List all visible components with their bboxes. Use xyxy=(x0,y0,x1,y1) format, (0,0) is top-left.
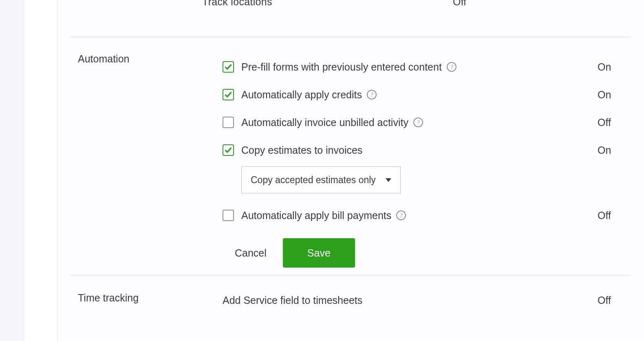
cancel-button[interactable]: Cancel xyxy=(233,244,268,262)
track-locations-label: Track locations xyxy=(202,0,272,8)
setting-row-service-field: Add Service field to timesheets xyxy=(223,292,508,308)
setting-label: Automatically apply credits xyxy=(241,89,362,101)
status-value: Off xyxy=(598,108,611,136)
save-button[interactable]: Save xyxy=(283,238,355,268)
automation-title: Automation xyxy=(78,53,129,65)
dropdown-selected-text: Copy accepted estimates only xyxy=(251,175,376,186)
track-locations-status: Off xyxy=(453,0,466,8)
time-tracking-status-col: Off xyxy=(598,292,611,308)
status-value: On xyxy=(598,81,611,108)
status-value: On xyxy=(598,53,611,81)
time-tracking-settings-list: Add Service field to timesheets xyxy=(223,292,508,308)
setting-row-credits: Automatically apply credits ? xyxy=(223,81,508,108)
status-value: Off xyxy=(598,202,611,229)
copy-estimates-dropdown-wrap: Copy accepted estimates only xyxy=(241,166,508,193)
button-row: Cancel Save xyxy=(233,238,508,268)
checkbox-bill-payments[interactable] xyxy=(223,210,234,221)
outer-container: Track locations Off Automation Pre-fill … xyxy=(24,0,644,341)
top-partial-row: Track locations Off xyxy=(57,0,644,12)
setting-row-prefill: Pre-fill forms with previously entered c… xyxy=(223,53,508,81)
automation-settings-list: Pre-fill forms with previously entered c… xyxy=(223,53,508,268)
automation-status-col: On On Off On Off xyxy=(598,53,611,229)
status-value: On xyxy=(598,136,611,164)
help-icon[interactable]: ? xyxy=(367,90,377,100)
checkbox-credits[interactable] xyxy=(223,89,234,100)
checkbox-invoice-unbilled[interactable] xyxy=(223,117,234,128)
copy-estimates-dropdown[interactable]: Copy accepted estimates only xyxy=(241,166,401,193)
setting-label: Pre-fill forms with previously entered c… xyxy=(241,61,442,73)
setting-label: Automatically invoice unbilled activity xyxy=(241,117,408,128)
time-tracking-title: Time tracking xyxy=(78,292,139,304)
setting-row-copy-estimates: Copy estimates to invoices xyxy=(223,136,508,164)
help-icon[interactable]: ? xyxy=(447,62,457,72)
check-icon xyxy=(224,63,232,71)
help-icon[interactable]: ? xyxy=(396,210,406,220)
checkbox-copy-estimates[interactable] xyxy=(223,144,234,156)
check-icon xyxy=(224,91,232,99)
setting-label: Copy estimates to invoices xyxy=(241,144,362,156)
setting-label: Add Service field to timesheets xyxy=(223,294,362,306)
status-spacer xyxy=(598,164,611,202)
help-icon[interactable]: ? xyxy=(413,117,423,127)
section-divider xyxy=(71,275,631,275)
checkbox-prefill[interactable] xyxy=(223,61,234,73)
check-icon xyxy=(224,146,232,154)
setting-label: Automatically apply bill payments xyxy=(241,210,391,221)
settings-panel: Track locations Off Automation Pre-fill … xyxy=(57,0,644,341)
section-divider xyxy=(71,37,631,37)
setting-row-bill-payments: Automatically apply bill payments ? xyxy=(223,202,508,229)
setting-row-invoice-unbilled: Automatically invoice unbilled activity … xyxy=(223,108,508,136)
status-value: Off xyxy=(598,292,611,308)
chevron-down-icon xyxy=(386,178,391,182)
